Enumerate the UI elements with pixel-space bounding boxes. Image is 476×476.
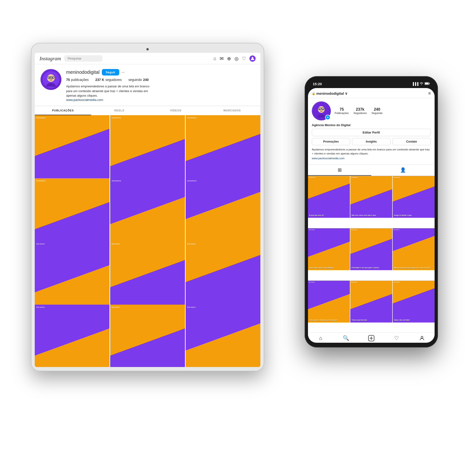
more-button[interactable]: ··· — [122, 70, 125, 74]
phone-nav-search[interactable]: 🔍 — [333, 335, 358, 341]
phone-content-tabs: ⊞ 👤 — [308, 165, 435, 176]
profile-info: meninododigital Seguir ··· 75 publicaçõe… — [66, 69, 255, 102]
tablet-screen: Instagram ⌂ ✉ ⊕ ◎ ♡ — [35, 53, 260, 367]
phone-following-num: 240 — [372, 107, 383, 112]
phone-nav-home[interactable]: ⌂ — [308, 335, 333, 341]
add-photo-button[interactable]: + — [325, 115, 330, 120]
follow-button[interactable]: Seguir — [102, 69, 119, 75]
phone-following-label: Seguindo — [372, 112, 383, 115]
nav-icons: ⌂ ✉ ⊕ ◎ ♡ — [214, 55, 255, 62]
phone-brand-tag: Sua marca — [351, 281, 357, 283]
add-icon[interactable]: ⊕ — [227, 56, 231, 61]
profile-avatar-icon[interactable] — [249, 55, 255, 62]
heart-icon[interactable]: ♡ — [242, 56, 246, 61]
home-icon[interactable]: ⌂ — [214, 56, 216, 61]
phone-grid-item-3[interactable]: @suamarca Amigo te divide o açaí. — [393, 176, 435, 218]
phone-grid-item-5[interactable]: Sua marca Felicidade é um açaí após o ba… — [350, 228, 392, 270]
phone-brand-tag: Sua marca — [393, 281, 399, 283]
username: meninododigital — [66, 69, 100, 75]
phone-ig-header: 🔒 meninododigital ∨ ≡ — [308, 88, 435, 98]
profile-section: meninododigital Seguir ··· 75 publicaçõe… — [35, 64, 260, 105]
wifi-icon — [420, 82, 424, 86]
tab-publicacoes[interactable]: PUBLICAÇÕES — [35, 106, 91, 115]
phone-edit-profile-button[interactable]: Editar Perfil — [312, 129, 431, 136]
svg-rect-12 — [429, 83, 430, 84]
main-scene: Instagram ⌂ ✉ ⊕ ◎ ♡ — [24, 24, 452, 452]
phone-grid-item-4[interactable]: Sua marca Amor não é açaí o meu delícia. — [308, 228, 350, 270]
phone-action-buttons: Promoções Insights Contato — [312, 138, 431, 145]
followers-label: seguidores — [105, 78, 122, 82]
following-stat: seguindo 240 — [128, 78, 149, 82]
svg-point-18 — [319, 108, 320, 109]
phone-menu-icon[interactable]: ≡ — [428, 91, 431, 96]
followers-count: 237 K — [95, 78, 104, 82]
phone-nav-profile[interactable] — [409, 335, 435, 341]
phone-bottom-nav: ⌂ 🔍 ♡ — [308, 333, 435, 343]
phone-nav-add[interactable] — [359, 335, 384, 341]
grid-item-12[interactable]: Sua marca Com açaí Sem açaí — [186, 305, 260, 367]
phone-grid-item-1[interactable]: @suamarca É açaí que isso aí? — [308, 176, 350, 218]
explore-icon[interactable]: ◎ — [235, 56, 238, 61]
followers-stat: 237 K seguidores — [95, 78, 122, 82]
following-label: seguindo — [128, 78, 142, 82]
svg-point-6 — [49, 77, 50, 78]
profile-bio: Ajudamos empreendedores a passar de uma … — [66, 84, 161, 98]
phone-status-bar: 15:20 ▐▐▐ — [308, 81, 435, 87]
publications-stat: 75 publicações — [66, 78, 89, 82]
phone-bio: Ajudamos empreendedores a passar de uma … — [312, 148, 431, 156]
grid-item-10[interactable]: Sua marca Amizade é tipo açaí, é sempre … — [35, 305, 109, 367]
phone-profile-top: + 75 Publicações 237k Seguidores 240 — [312, 102, 431, 120]
phone-avatar: + — [312, 102, 331, 120]
phone-insights-button[interactable]: Insights — [352, 138, 390, 145]
phone-tab-tagged[interactable]: 👤 — [371, 165, 435, 176]
phone-status-icons: ▐▐▐ — [412, 82, 430, 86]
phone-device: 15:20 ▐▐▐ — [305, 76, 438, 347]
phone-nav-heart[interactable]: ♡ — [384, 335, 409, 341]
grid-item-11[interactable]: Sua marca Eu amo mesmo é açaí. — [110, 305, 185, 367]
tagged-icon: 👤 — [400, 167, 406, 173]
tab-reels[interactable]: REELS — [91, 106, 148, 115]
svg-point-3 — [47, 74, 55, 82]
phone-publications-num: 75 — [335, 107, 349, 112]
phone-brand-tag: @suamarca — [351, 177, 358, 178]
phone-brand-tag: @suamarca — [309, 177, 315, 178]
profile-avatar — [40, 69, 61, 90]
username-row: meninododigital Seguir ··· — [66, 69, 255, 75]
profile-link[interactable]: www.packsocialmedia.com — [66, 98, 255, 102]
messages-icon[interactable]: ✉ — [220, 56, 224, 61]
phone-profile-link[interactable]: www.packsocialmedia.com — [312, 157, 431, 160]
battery-icon — [425, 82, 430, 86]
phone-promocoes-button[interactable]: Promoções — [312, 138, 350, 145]
phone-grid-item-9[interactable]: Sua marca Sabor não vai faltar! — [393, 281, 435, 323]
phone-publications-stat: 75 Publicações — [335, 107, 349, 115]
phone-tab-grid[interactable]: ⊞ — [308, 165, 371, 176]
content-tabs: PUBLICAÇÕES REELS VÍDEOS MARCADOS — [35, 106, 260, 115]
tab-videos[interactable]: VÍDEOS — [148, 106, 204, 115]
phone-stats: 75 Publicações 237k Seguidores 240 Segui… — [335, 107, 382, 115]
phone-brand-tag: Sua marca — [309, 281, 315, 283]
phone-followers-label: Seguidores — [354, 112, 367, 115]
phone-grid-item-8[interactable]: Sua marca Tomar açaí faz bom. — [350, 281, 392, 323]
search-wrap[interactable] — [64, 55, 102, 62]
search-input[interactable] — [64, 55, 102, 62]
signal-icon: ▐▐▐ — [412, 82, 418, 86]
phone-publications-label: Publicações — [335, 112, 349, 115]
phone-contato-button[interactable]: Contato — [392, 138, 431, 145]
posts-grid: @suamarca Açaí não tem gosto de terra! @… — [35, 115, 260, 367]
stats-row: 75 publicações 237 K seguidores seguindo… — [66, 78, 255, 82]
phone-grid-item-6[interactable]: Sua marca Não gostaria de entrar para um… — [393, 228, 435, 270]
svg-rect-13 — [425, 83, 429, 84]
phone-brand-tag: Sua marca — [351, 229, 357, 230]
phone-grid-item-7[interactable]: Sua marca Troco gente chata por pote de … — [308, 281, 350, 323]
lock-icon: 🔒 — [312, 92, 315, 95]
publications-label: publicações — [71, 78, 89, 82]
phone-following-stat: 240 Seguindo — [372, 107, 383, 115]
phone-time: 15:20 — [313, 82, 322, 86]
phone-brand-tag: Sua marca — [393, 229, 399, 230]
phone-profile-section: + 75 Publicações 237k Seguidores 240 — [308, 98, 435, 165]
tab-marcados[interactable]: MARCADOS — [204, 106, 260, 115]
instagram-logo: Instagram — [39, 55, 61, 62]
tablet-camera — [146, 48, 149, 51]
phone-agency-name: Agência Menino do Digital — [312, 123, 431, 127]
phone-grid-item-2[interactable]: @suamarca Não tem como você não é açaí. — [350, 176, 392, 218]
